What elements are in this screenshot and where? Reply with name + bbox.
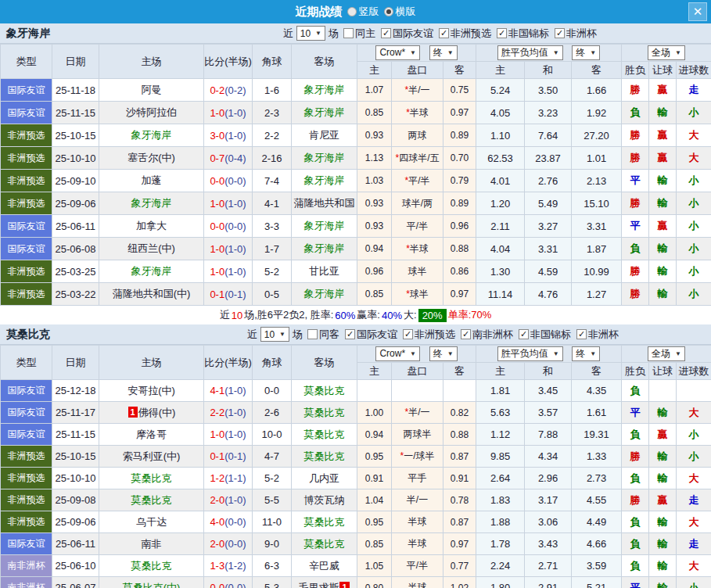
europe-select[interactable]: 胜平负均值▼ <box>497 346 563 361</box>
asia-home-odds: 0.93 <box>357 124 392 147</box>
asia-away-odds: 0.87 <box>443 446 476 468</box>
scope-select[interactable]: 全场▼ <box>648 45 685 60</box>
layout-radio-vertical[interactable]: 竖版 <box>347 5 379 19</box>
europe-home-odds: 1.78 <box>476 533 525 555</box>
away-team: 肯尼亚 <box>292 124 357 147</box>
europe-away-odds: 1.33 <box>572 446 622 468</box>
europe-home-odds: 4.04 <box>476 238 525 260</box>
col-home: 主场 <box>99 346 204 380</box>
europe-away-odds: 19.31 <box>572 424 622 446</box>
result-win-draw-loss: 負 <box>622 555 649 577</box>
competition-label: 国际友谊 <box>393 27 433 41</box>
competition-checkbox[interactable]: ✓非洲杯 <box>555 27 597 41</box>
competition-checkbox[interactable]: ✓非洲预选 <box>403 328 455 342</box>
europe-home-odds: 1.12 <box>476 424 525 446</box>
asia-handicap: 两球半 <box>392 424 443 446</box>
asia-handicap: *球半 <box>392 283 443 306</box>
fulltime-score: 3-0 <box>210 130 224 142</box>
corner-score: 3-3 <box>253 215 292 238</box>
result-goals: 大 <box>677 124 711 147</box>
same-venue-checkbox[interactable]: 同客 <box>307 328 339 342</box>
score: 1-0(1-0) <box>204 102 253 124</box>
result-goals: 走 <box>677 533 711 555</box>
competition-filters: ✓国际友谊 ✓非洲预选 ✓非国锦标 ✓非洲杯 <box>375 27 597 41</box>
scope-select[interactable]: 全场▼ <box>648 346 685 361</box>
result-goals: 大 <box>677 511 711 533</box>
halftime-score: (0-0) <box>224 582 246 588</box>
match-count-select[interactable]: 10▼ <box>296 26 325 41</box>
europe-away-odds: 2.13 <box>572 170 622 192</box>
corner-score: 9-0 <box>253 533 292 555</box>
competition-checkbox[interactable]: ✓南非洲杯 <box>461 328 513 342</box>
match-type-badge: 国际友谊 <box>1 102 52 124</box>
sub-col-handicap: 盘口 <box>392 62 443 79</box>
corner-score: 2-16 <box>253 147 292 170</box>
sub-col-goals-result: 进球数 <box>677 62 711 79</box>
chevron-down-icon: ▼ <box>675 49 681 56</box>
europe-home-odds: 1.20 <box>476 192 525 215</box>
away-team: 博茨瓦纳 <box>292 489 357 511</box>
asia-handicap: 平/半 <box>392 215 443 238</box>
europe-home-odds: 1.10 <box>476 124 525 147</box>
competition-checkbox[interactable]: ✓国际友谊 <box>381 27 433 41</box>
match-count-select[interactable]: 10▼ <box>260 327 289 342</box>
away-team: 蒲隆地共和国 <box>292 192 357 215</box>
match-date: 25-06-08 <box>52 238 99 260</box>
asia-away-odds: 0.89 <box>443 192 476 215</box>
europe-away-odds: 27.20 <box>572 124 622 147</box>
sub-col-wdl: 胜负 <box>622 363 649 380</box>
competition-checkbox[interactable]: ✓非洲预选 <box>439 27 491 41</box>
col-away: 客场 <box>292 346 357 380</box>
match-type-badge: 国际友谊 <box>1 238 52 260</box>
europe-draw-odds: 2.96 <box>525 468 572 489</box>
europe-home-odds: 1.80 <box>476 577 525 588</box>
match-date: 25-03-25 <box>52 260 99 283</box>
match-date: 25-10-10 <box>52 468 99 489</box>
competition-checkbox[interactable]: ✓非国锦标 <box>497 27 549 41</box>
corner-score: 2-6 <box>253 402 292 424</box>
col-away: 客场 <box>292 45 357 79</box>
competition-checkbox[interactable]: ✓国际友谊 <box>345 328 397 342</box>
company-select[interactable]: Crow*▼ <box>375 45 420 60</box>
home-team: 乌干达 <box>99 511 204 533</box>
europe-draw-odds: 3.31 <box>525 238 572 260</box>
match-type-badge: 非洲预选 <box>1 192 52 215</box>
europe-away-odds: 3.59 <box>572 555 622 577</box>
match-type-badge: 非洲预选 <box>1 468 52 489</box>
sub-col-asia-away: 客 <box>443 62 476 79</box>
company-select[interactable]: Crow*▼ <box>375 346 420 361</box>
result-handicap: 贏 <box>649 147 677 170</box>
europe-state-select[interactable]: 终▼ <box>572 45 600 60</box>
same-venue-checkbox[interactable]: 同主 <box>343 27 375 41</box>
away-team: 几内亚 <box>292 468 357 489</box>
layout-radio-horizontal[interactable]: 横版 <box>384 5 416 19</box>
odds-state-select[interactable]: 终▼ <box>429 45 458 60</box>
asia-away-odds: 0.82 <box>443 402 476 424</box>
away-team: 象牙海岸 <box>292 283 357 306</box>
europe-away-odds: 1.61 <box>572 402 622 424</box>
asia-handicap: 球半/两 <box>392 192 443 215</box>
match-date: 25-06-10 <box>52 555 99 577</box>
match-date: 25-10-15 <box>52 124 99 147</box>
games-label: 场 <box>329 27 339 41</box>
competition-checkbox[interactable]: ✓非洲杯 <box>576 328 619 342</box>
sub-col-eu-home: 主 <box>476 62 525 79</box>
sub-col-asia-away: 客 <box>443 363 476 380</box>
asia-away-odds: 0.70 <box>443 147 476 170</box>
home-team: 蒲隆地共和国(中) <box>99 283 204 306</box>
red-card-badge: 1 <box>128 407 138 418</box>
europe-home-odds: 1.81 <box>476 380 525 402</box>
score: 4-1(1-0) <box>204 380 253 402</box>
fulltime-score: 1-2 <box>210 472 224 484</box>
europe-select[interactable]: 胜平负均值▼ <box>497 45 563 60</box>
result-win-draw-loss: 負 <box>622 102 649 124</box>
close-button[interactable]: ✕ <box>688 2 707 21</box>
europe-state-select[interactable]: 终▼ <box>572 346 600 361</box>
europe-away-odds: 4.35 <box>572 380 622 402</box>
odds-state-select[interactable]: 终▼ <box>429 346 458 361</box>
europe-home-odds: 2.11 <box>476 215 525 238</box>
score: 1-0(1-0) <box>204 192 253 215</box>
matches-table-mozambique: 类型 日期 主场 比分(半场) 角球 客场 Crow*▼ 终▼ 胜平负均值▼ 终… <box>0 345 711 588</box>
competition-checkbox[interactable]: ✓非国锦标 <box>519 328 571 342</box>
match-type-badge: 非洲预选 <box>1 446 52 468</box>
